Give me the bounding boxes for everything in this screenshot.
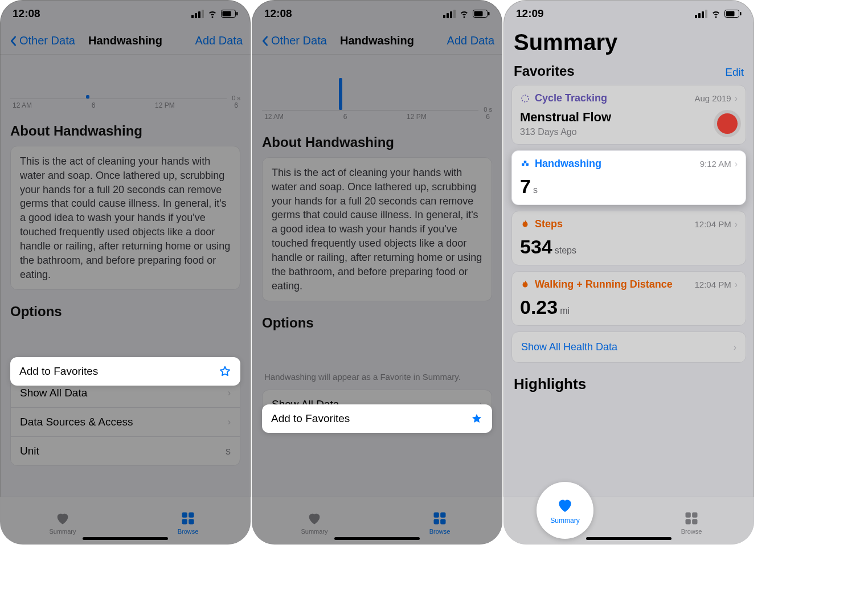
options-heading: Options bbox=[10, 304, 240, 320]
show-all-health-data[interactable]: Show All Health Data › bbox=[511, 331, 746, 363]
svg-rect-10 bbox=[434, 513, 439, 518]
battery-icon bbox=[221, 10, 238, 18]
svg-rect-22 bbox=[692, 513, 697, 518]
page-title: Summary bbox=[514, 30, 744, 55]
hand-value: 7 bbox=[520, 175, 531, 198]
unit-row[interactable]: Units bbox=[11, 437, 240, 465]
svg-rect-6 bbox=[189, 519, 194, 524]
about-body: This is the act of cleaning your hands w… bbox=[262, 157, 492, 301]
tile-steps[interactable]: Steps 12:04 PM› 534steps bbox=[511, 211, 746, 265]
grid-icon bbox=[683, 510, 699, 526]
chevron-right-icon: › bbox=[228, 417, 231, 427]
status-bar: 12:08 bbox=[0, 0, 251, 27]
grid-icon bbox=[180, 510, 196, 526]
edit-button[interactable]: Edit bbox=[725, 66, 744, 79]
svg-rect-24 bbox=[692, 519, 697, 524]
svg-rect-13 bbox=[440, 519, 445, 524]
svg-rect-18 bbox=[522, 163, 525, 166]
chart-y-label: 0 s bbox=[484, 106, 492, 113]
back-button[interactable]: Other Data bbox=[260, 34, 327, 47]
tile-handwashing[interactable]: Handwashing 9:12 AM› 7s bbox=[511, 150, 746, 205]
svg-rect-11 bbox=[440, 513, 445, 518]
svg-rect-3 bbox=[182, 513, 187, 518]
add-data-button[interactable]: Add Data bbox=[447, 34, 494, 47]
battery-icon bbox=[724, 10, 742, 18]
svg-rect-12 bbox=[434, 519, 439, 524]
summary-tab-highlight[interactable]: Summary bbox=[537, 482, 593, 539]
star-filled-icon bbox=[470, 412, 483, 425]
star-outline-icon bbox=[219, 365, 231, 378]
about-heading: About Handwashing bbox=[10, 123, 240, 139]
wifi-icon bbox=[711, 9, 721, 19]
favorites-heading: Favorites bbox=[514, 63, 575, 79]
nav-bar: Other Data Handwashing Add Data bbox=[252, 27, 502, 55]
favorite-note: Handwashing will appear as a Favorite in… bbox=[264, 372, 490, 382]
highlights-heading: Highlights bbox=[514, 375, 744, 393]
handwashing-icon bbox=[520, 159, 530, 169]
battery-icon bbox=[473, 10, 490, 18]
svg-rect-4 bbox=[189, 513, 194, 518]
three-phone-composite: 12:08 Other Data Handwashing Add Data 0 … bbox=[0, 0, 868, 614]
chevron-right-icon: › bbox=[735, 93, 738, 104]
wifi-icon bbox=[459, 9, 469, 19]
flame-icon bbox=[520, 219, 530, 230]
svg-rect-2 bbox=[236, 12, 238, 15]
svg-rect-21 bbox=[686, 513, 691, 518]
status-bar: 12:08 bbox=[252, 0, 502, 27]
svg-rect-23 bbox=[686, 519, 691, 524]
phone-1: 12:08 Other Data Handwashing Add Data 0 … bbox=[0, 0, 251, 545]
add-to-favorites-row[interactable]: Add to Favorites bbox=[10, 357, 240, 386]
about-heading: About Handwashing bbox=[262, 134, 492, 150]
flame-icon bbox=[520, 280, 530, 290]
chevron-right-icon: › bbox=[734, 342, 736, 353]
add-to-favorites-row[interactable]: Add to Favorites bbox=[262, 404, 492, 433]
home-indicator bbox=[334, 537, 420, 540]
svg-rect-15 bbox=[726, 11, 735, 17]
chevron-right-icon: › bbox=[735, 159, 738, 169]
svg-rect-19 bbox=[526, 163, 529, 166]
add-to-favorites-label: Add to Favorites bbox=[271, 412, 350, 425]
steps-value: 534 bbox=[520, 236, 552, 258]
back-label: Other Data bbox=[271, 34, 327, 47]
home-indicator bbox=[586, 537, 672, 540]
menstrual-flow-label: Menstrual Flow bbox=[520, 110, 611, 125]
flow-dot-icon bbox=[717, 113, 738, 134]
chevron-right-icon: › bbox=[735, 280, 738, 290]
svg-rect-9 bbox=[488, 12, 490, 15]
chart-y-label: 0 s bbox=[232, 95, 240, 101]
options-group: Show All Data› Data Sources & Access› Un… bbox=[10, 378, 240, 466]
svg-rect-8 bbox=[474, 11, 483, 17]
svg-rect-16 bbox=[740, 12, 742, 15]
chevron-right-icon: › bbox=[735, 219, 738, 230]
heart-icon bbox=[306, 510, 322, 526]
phone-2: 12:08 Other Data Handwashing Add Data 0 … bbox=[252, 0, 502, 545]
timeline-chart: 0 s 12 AM612 PM6 bbox=[262, 58, 492, 121]
cellular-icon bbox=[443, 10, 456, 18]
heart-icon bbox=[55, 510, 71, 526]
data-sources-row[interactable]: Data Sources & Access› bbox=[11, 408, 240, 437]
tile-cycle-tracking[interactable]: Cycle Tracking Aug 2019› Menstrual Flow … bbox=[511, 85, 746, 145]
walk-value: 0.23 bbox=[520, 296, 558, 318]
clock: 12:09 bbox=[516, 7, 544, 20]
cellular-icon bbox=[695, 10, 707, 18]
svg-rect-20 bbox=[524, 161, 527, 163]
timeline-chart: 0 s 12 AM612 PM6 bbox=[10, 58, 240, 109]
phone-3: 12:09 Summary Favorites Edit Cycle Track… bbox=[503, 0, 754, 545]
wifi-icon bbox=[207, 9, 218, 19]
cycle-icon bbox=[520, 93, 530, 104]
menstrual-flow-time: 313 Days Ago bbox=[520, 127, 611, 137]
tile-walking-distance[interactable]: Walking + Running Distance 12:04 PM› 0.2… bbox=[511, 271, 746, 326]
clock: 12:08 bbox=[264, 7, 292, 20]
heart-icon bbox=[556, 496, 574, 514]
status-bar: 12:09 bbox=[503, 0, 754, 27]
add-to-favorites-label: Add to Favorites bbox=[19, 365, 98, 378]
chevron-right-icon: › bbox=[228, 388, 231, 398]
svg-rect-1 bbox=[223, 11, 231, 17]
back-button[interactable]: Other Data bbox=[8, 34, 75, 47]
home-indicator bbox=[83, 537, 168, 540]
add-data-button[interactable]: Add Data bbox=[195, 34, 243, 47]
nav-bar: Other Data Handwashing Add Data bbox=[0, 27, 251, 55]
back-label: Other Data bbox=[19, 34, 75, 47]
svg-rect-5 bbox=[182, 519, 187, 524]
cellular-icon bbox=[191, 10, 204, 18]
